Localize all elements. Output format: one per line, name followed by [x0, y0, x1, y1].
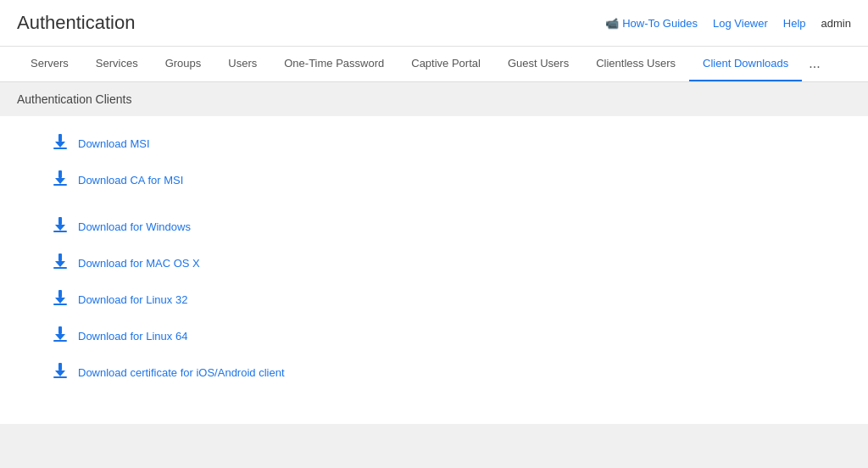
content-area: Authentication Clients Download MSI — [0, 82, 868, 468]
svg-rect-9 — [58, 254, 62, 261]
group-spacer-1 — [51, 206, 817, 216]
svg-rect-8 — [53, 231, 67, 232]
download-macosx-item[interactable]: Download for MAC OS X — [51, 253, 817, 274]
download-ios-android-item[interactable]: Download certificate for iOS/Android cli… — [51, 362, 817, 383]
tab-captive-portal[interactable]: Captive Portal — [398, 46, 494, 81]
svg-rect-14 — [53, 304, 67, 305]
download-msi-item[interactable]: Download MSI — [51, 133, 817, 154]
svg-marker-19 — [55, 370, 65, 376]
download-macosx-icon — [51, 253, 70, 274]
tab-more-button[interactable]: ... — [802, 46, 826, 81]
download-macosx-link[interactable]: Download for MAC OS X — [78, 257, 200, 270]
download-windows-link[interactable]: Download for Windows — [78, 220, 191, 233]
header-actions: 📹 How-To Guides Log Viewer Help admin — [605, 17, 851, 30]
download-msi-link[interactable]: Download MSI — [78, 137, 150, 150]
page-title: Authentication — [17, 12, 135, 34]
help-link[interactable]: Help — [783, 17, 806, 30]
svg-rect-2 — [53, 148, 67, 149]
tab-clientless-users[interactable]: Clientless Users — [582, 46, 689, 81]
download-linux32-item[interactable]: Download for Linux 32 — [51, 289, 817, 310]
download-windows-icon — [51, 216, 70, 237]
svg-marker-10 — [55, 261, 65, 267]
header: Authentication 📹 How-To Guides Log Viewe… — [0, 0, 868, 47]
tab-guest-users[interactable]: Guest Users — [494, 46, 582, 81]
download-ca-msi-icon — [51, 170, 70, 191]
svg-rect-5 — [53, 184, 67, 186]
log-viewer-link[interactable]: Log Viewer — [713, 17, 768, 30]
download-ios-android-icon — [51, 362, 70, 383]
tab-one-time-password[interactable]: One-Time Password — [270, 46, 398, 81]
tab-client-downloads[interactable]: Client Downloads — [689, 46, 802, 81]
download-linux32-icon — [51, 289, 70, 310]
downloads-card: Download MSI Download CA for MSI — [0, 116, 868, 424]
svg-rect-15 — [58, 326, 62, 334]
tabs-bar: Servers Services Groups Users One-Time P… — [0, 47, 868, 82]
video-icon: 📹 — [605, 17, 619, 30]
how-to-guides-link[interactable]: 📹 How-To Guides — [605, 17, 698, 30]
download-ca-msi-link[interactable]: Download CA for MSI — [78, 174, 183, 187]
svg-marker-1 — [55, 142, 65, 148]
download-linux32-link[interactable]: Download for Linux 32 — [78, 293, 187, 306]
svg-marker-7 — [55, 225, 65, 231]
svg-marker-4 — [55, 178, 65, 184]
section-title: Authentication Clients — [0, 82, 868, 116]
download-windows-item[interactable]: Download for Windows — [51, 216, 817, 237]
download-ca-msi-item[interactable]: Download CA for MSI — [51, 170, 817, 191]
svg-rect-20 — [53, 376, 67, 378]
svg-rect-17 — [53, 340, 67, 342]
svg-rect-18 — [58, 363, 62, 370]
download-linux64-link[interactable]: Download for Linux 64 — [78, 330, 187, 343]
svg-marker-13 — [55, 298, 65, 304]
svg-rect-0 — [58, 134, 62, 142]
download-ios-android-link[interactable]: Download certificate for iOS/Android cli… — [78, 366, 285, 379]
tab-services[interactable]: Services — [82, 46, 152, 81]
svg-rect-6 — [58, 217, 62, 225]
svg-rect-11 — [53, 267, 67, 269]
tab-servers[interactable]: Servers — [17, 46, 82, 81]
tab-groups[interactable]: Groups — [152, 46, 215, 81]
svg-marker-16 — [55, 334, 65, 340]
download-linux64-item[interactable]: Download for Linux 64 — [51, 326, 817, 347]
download-msi-icon — [51, 133, 70, 154]
download-linux64-icon — [51, 326, 70, 347]
svg-rect-12 — [58, 290, 62, 298]
admin-label: admin — [821, 17, 851, 30]
svg-rect-3 — [58, 170, 62, 178]
tab-users[interactable]: Users — [214, 46, 270, 81]
